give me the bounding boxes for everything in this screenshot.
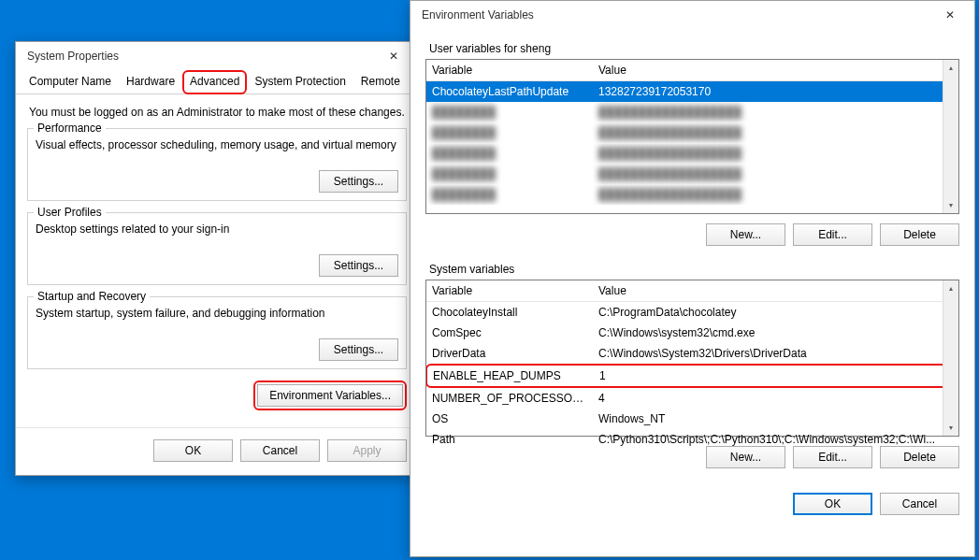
var-value: 1 — [594, 366, 957, 386]
scroll-thumb[interactable] — [943, 76, 958, 197]
performance-group: Performance Visual effects, processor sc… — [27, 128, 407, 201]
var-name: ████████ — [426, 102, 593, 122]
user-vars-body: ChocolateyLastPathUpdate1328272391720531… — [426, 81, 958, 205]
user-profiles-settings-button[interactable]: Settings... — [319, 254, 398, 277]
env-vars-window: Environment Variables ✕ User variables f… — [410, 0, 975, 557]
var-value: 132827239172053170 — [593, 81, 958, 102]
sysprops-tabs: Computer NameHardwareAdvancedSystem Prot… — [16, 70, 418, 94]
var-value: C:\Python310\Scripts\;C:\Python310\;C:\W… — [593, 429, 958, 450]
var-value: C:\Windows\system32\cmd.exe — [593, 323, 958, 343]
var-name: ENABLE_HEAP_DUMPS — [427, 366, 594, 386]
list-row[interactable]: ██████████████████████████ — [426, 102, 958, 122]
list-row[interactable]: ██████████████████████████ — [426, 184, 958, 205]
list-row[interactable]: NUMBER_OF_PROCESSORS4 — [426, 388, 958, 409]
startup-desc: System startup, system failure, and debu… — [36, 307, 398, 320]
user-vars-label: User variables for sheng — [429, 42, 959, 55]
sysprops-ok-button[interactable]: OK — [153, 439, 233, 462]
sys-vars-header: Variable Value — [426, 280, 958, 302]
var-name: OS — [426, 409, 593, 429]
admin-note: You must be logged on as an Administrato… — [29, 106, 407, 119]
user-profiles-desc: Desktop settings related to your sign-in — [36, 223, 398, 236]
col-value[interactable]: Value — [593, 280, 958, 301]
list-row[interactable]: ENABLE_HEAP_DUMPS1 — [426, 364, 958, 388]
tab-computer-name[interactable]: Computer Name — [22, 70, 119, 93]
scroll-down-icon[interactable]: ▾ — [943, 420, 958, 436]
scroll-thumb[interactable] — [943, 296, 958, 420]
var-name: ComSpec — [426, 323, 593, 343]
var-value: ██████████████████ — [593, 184, 958, 205]
user-profiles-legend: User Profiles — [34, 206, 106, 219]
var-value: Windows_NT — [593, 409, 958, 429]
sysprops-title: System Properties — [27, 50, 377, 63]
var-name: ████████ — [426, 184, 593, 205]
user-vars-header: Variable Value — [426, 60, 958, 81]
col-value[interactable]: Value — [593, 60, 958, 80]
system-properties-window: System Properties ✕ Computer NameHardwar… — [15, 41, 419, 476]
performance-settings-button[interactable]: Settings... — [319, 170, 398, 193]
tab-hardware[interactable]: Hardware — [119, 70, 182, 93]
var-value: ██████████████████ — [593, 102, 958, 122]
list-row[interactable]: ██████████████████████████ — [426, 122, 958, 143]
close-icon[interactable]: ✕ — [933, 2, 967, 28]
list-row[interactable]: ██████████████████████████ — [426, 143, 958, 164]
sysprops-content: You must be logged on as an Administrato… — [16, 94, 418, 462]
sys-vars-label: System variables — [429, 263, 959, 276]
env-vars-highlight: Environment Variables... — [253, 381, 407, 410]
envdlg-title: Environment Variables — [422, 8, 933, 22]
envdlg-ok-button[interactable]: OK — [793, 493, 872, 515]
user-new-button[interactable]: New... — [706, 223, 785, 246]
tab-advanced[interactable]: Advanced — [182, 70, 247, 94]
col-variable[interactable]: Variable — [426, 60, 593, 80]
startup-settings-button[interactable]: Settings... — [319, 338, 398, 361]
list-row[interactable]: ComSpecC:\Windows\system32\cmd.exe — [426, 323, 958, 343]
var-name: ████████ — [426, 143, 593, 164]
scrollbar[interactable]: ▴ ▾ — [943, 280, 958, 436]
var-value: C:\Windows\System32\Drivers\DriverData — [593, 343, 958, 364]
var-name: NUMBER_OF_PROCESSORS — [426, 388, 593, 409]
sysprops-titlebar: System Properties ✕ — [16, 42, 418, 70]
var-name: ████████ — [426, 122, 593, 143]
tab-system-protection[interactable]: System Protection — [247, 70, 353, 93]
user-vars-listbox[interactable]: Variable Value ChocolateyLastPathUpdate1… — [425, 59, 959, 214]
scroll-up-icon[interactable]: ▴ — [943, 280, 958, 296]
var-name: ChocolateyInstall — [426, 302, 593, 323]
user-edit-button[interactable]: Edit... — [793, 223, 872, 246]
col-variable[interactable]: Variable — [426, 280, 593, 301]
var-value: ██████████████████ — [593, 143, 958, 164]
var-name: ChocolateyLastPathUpdate — [426, 81, 593, 102]
performance-legend: Performance — [34, 122, 106, 135]
var-name: ████████ — [426, 164, 593, 184]
startup-group: Startup and Recovery System startup, sys… — [27, 296, 407, 369]
var-value: ██████████████████ — [593, 122, 958, 143]
user-profiles-group: User Profiles Desktop settings related t… — [27, 212, 407, 285]
scroll-up-icon[interactable]: ▴ — [943, 60, 958, 76]
user-delete-button[interactable]: Delete — [880, 223, 959, 246]
performance-desc: Visual effects, processor scheduling, me… — [36, 138, 398, 151]
sys-vars-listbox[interactable]: Variable Value ChocolateyInstallC:\Progr… — [425, 280, 959, 437]
envdlg-titlebar: Environment Variables ✕ — [410, 1, 974, 29]
scrollbar[interactable]: ▴ ▾ — [943, 60, 958, 213]
envdlg-cancel-button[interactable]: Cancel — [880, 493, 959, 515]
list-row[interactable]: OSWindows_NT — [426, 409, 958, 429]
tab-remote[interactable]: Remote — [353, 70, 408, 93]
sysprops-apply-button[interactable]: Apply — [327, 439, 407, 462]
sys-vars-body: ChocolateyInstallC:\ProgramData\chocolat… — [426, 302, 958, 450]
environment-variables-button[interactable]: Environment Variables... — [257, 384, 403, 407]
var-value: 4 — [593, 388, 958, 409]
scroll-down-icon[interactable]: ▾ — [943, 197, 958, 213]
close-icon[interactable]: ✕ — [377, 43, 410, 69]
list-row[interactable]: ██████████████████████████ — [426, 164, 958, 184]
list-row[interactable]: ChocolateyInstallC:\ProgramData\chocolat… — [426, 302, 958, 323]
var-value: C:\ProgramData\chocolatey — [593, 302, 958, 323]
list-row[interactable]: DriverDataC:\Windows\System32\Drivers\Dr… — [426, 343, 958, 364]
var-value: ██████████████████ — [593, 164, 958, 184]
var-name: Path — [426, 429, 593, 450]
list-row[interactable]: PathC:\Python310\Scripts\;C:\Python310\;… — [426, 429, 958, 450]
envdlg-body: User variables for sheng Variable Value … — [410, 29, 974, 530]
sysprops-cancel-button[interactable]: Cancel — [240, 439, 320, 462]
var-name: DriverData — [426, 343, 593, 364]
startup-legend: Startup and Recovery — [34, 290, 150, 303]
list-row[interactable]: ChocolateyLastPathUpdate1328272391720531… — [426, 81, 958, 102]
